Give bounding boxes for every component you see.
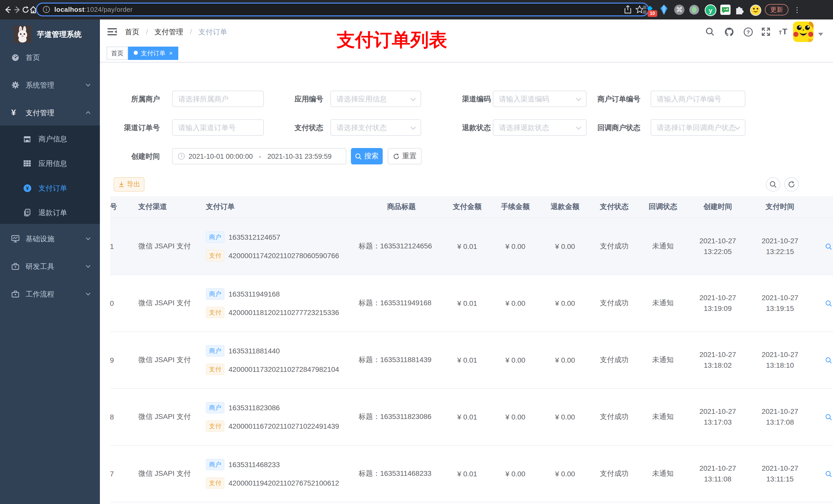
merchant-tag: 商户 [206,288,224,299]
extensions-puzzle-icon[interactable] [734,4,745,15]
filter-label-merchant-order-no: 商户订单编号 [584,91,640,107]
view-detail-link[interactable]: 查看详情 [825,298,833,308]
pay-tag: 支付 [206,250,224,261]
chevron-down-icon [86,237,91,241]
briefcase-icon [11,290,20,298]
merchant-tag: 商户 [206,345,224,357]
sidebar-item-dev-tools[interactable]: 研发工具 [0,254,100,279]
close-icon[interactable]: × [169,50,173,57]
help-icon[interactable]: ? [743,27,753,37]
extension-vue-devtools-icon[interactable]: y [705,4,716,15]
clock-icon [178,153,185,160]
breadcrumb: 首页 / 支付管理 / 支付订单 [125,20,227,44]
sidebar-item-refund-order[interactable]: 退款订单 [0,200,100,225]
browser-menu-kebab-icon[interactable]: ⋮ [793,4,801,15]
fullscreen-icon[interactable] [761,27,770,37]
extension-command-icon[interactable]: ⌘ [674,4,685,15]
address-bar[interactable]: localhost:1024/pay/order [36,3,649,16]
view-detail-link[interactable]: 查看详情 [825,412,833,422]
col-refund: 退款金额 [541,196,590,218]
col-fee: 手续金额 [490,196,541,218]
merchant-order-no: 1635311468233 [229,460,280,469]
export-button[interactable]: 导出 [114,177,144,192]
breadcrumb-payment[interactable]: 支付管理 [154,28,183,36]
filter-label-refund-status: 退款状态 [434,119,491,136]
channel-order-no: 4200001173202110272847982104 [229,365,339,374]
browser-toolbar: localhost:1024/pay/order 10 ⌘ y 更新 ⋮ [0,0,833,20]
font-size-icon[interactable]: TT [778,26,787,35]
view-detail-link[interactable]: 查看详情 [825,242,833,251]
dashboard-icon [11,53,20,62]
filter-label-pay-status: 支付状态 [267,119,323,136]
tag-home[interactable]: 首页 [106,47,128,60]
toolbox-icon [11,262,20,270]
date-end[interactable]: 2021-10-31 23:59:59 [267,152,332,160]
filter-label-channel-order-no: 渠道订单号 [103,119,160,136]
extension-grey-circle-icon[interactable] [689,4,700,15]
sidebar-item-app-info[interactable]: 应用信息 [0,151,100,176]
col-action: 操作 [811,196,833,218]
tag-pay-order[interactable]: 支付订单× [128,47,178,60]
table-row-partial[interactable]: 商户1635311354736 [110,502,833,504]
date-separator: - [259,152,261,160]
header-search-icon[interactable] [706,27,715,37]
github-icon[interactable] [724,27,734,37]
filter-label-channel-code: 渠道编码 [434,91,491,107]
table-row[interactable]: 17 微信 JSAPI 支付 商户1635311468233 支付4200001… [110,446,833,502]
search-button[interactable]: 搜索 [351,148,383,164]
sidebar-item-infrastructure[interactable]: 基础设施 [0,226,100,251]
sidebar-item-pay-order[interactable]: ¥ 支付订单 [0,176,100,200]
table-row[interactable]: 21 微信 JSAPI 支付 商户1635312124657 支付4200001… [110,218,833,275]
sidebar-item-merchant-info[interactable]: 商户信息 [0,126,100,151]
app-title: 芋道管理系统 [37,24,81,45]
site-info-icon[interactable] [43,6,50,13]
filter-merchant-input[interactable] [172,91,264,107]
sidebar-item-workflow[interactable]: 工作流程 [0,281,100,307]
logo-rabbit-image [14,26,31,43]
view-detail-link[interactable]: 查看详情 [825,469,833,478]
channel-order-no: 4200001194202110276752100612 [229,479,339,487]
filter-refund-status-select[interactable] [493,119,587,136]
view-detail-link[interactable]: 查看详情 [825,356,833,365]
merchant-order-no: 1635311949168 [229,290,280,298]
svg-text:T: T [779,30,782,35]
table-row[interactable]: 19 微信 JSAPI 支付 商户1635311881440 支付4200001… [110,332,833,389]
filter-pay-status-select[interactable] [330,119,421,136]
reset-button[interactable]: 重置 [388,148,422,164]
table-refresh-button[interactable] [784,177,799,192]
top-navbar: 首页 / 支付管理 / 支付订单 ? TT [100,20,833,44]
tags-view-bar: 首页 支付订单× [100,44,833,63]
table-row[interactable]: 18 微信 JSAPI 支付 商户1635311823086 支付4200001… [110,389,833,446]
col-channel: 支付渠道 [124,196,191,218]
table-search-toggle-button[interactable] [766,177,780,192]
annotation-title: 支付订单列表 [337,28,447,53]
filter-app-select[interactable] [330,91,421,107]
sidebar: 芋道管理系统 首页 系统管理 ¥ 支付管理 [0,20,100,504]
browser-reload-icon[interactable] [22,6,30,14]
user-avatar-pikachu[interactable] [793,22,813,42]
sidebar-item-payment[interactable]: ¥ 支付管理 [0,100,100,125]
filter-merchant-order-no-input[interactable] [651,91,745,107]
chevron-down-icon [86,264,91,268]
filter-channel-order-no-input[interactable] [172,119,264,136]
payment-submenu: 商户信息 应用信息 ¥ 支付订单 退款订单 [0,125,100,224]
avatar-dropdown-caret-icon[interactable] [818,33,823,36]
sidebar-item-home[interactable]: 首页 [0,45,100,70]
breadcrumb-home[interactable]: 首页 [125,28,139,36]
active-dot [134,51,138,55]
filter-date-range[interactable]: 2021-10-01 00:00:00 - 2021-10-31 23:59:5… [172,148,346,164]
extension-gem-icon[interactable] [659,4,670,15]
filter-channel-code-select[interactable] [493,91,587,107]
sidebar-item-system[interactable]: 系统管理 [0,72,100,98]
profile-emoji-avatar[interactable] [749,4,761,15]
share-icon[interactable] [624,5,632,14]
sidebar-collapse-icon[interactable] [107,27,117,37]
filter-notify-status-select[interactable] [651,119,745,136]
browser-forward-icon[interactable] [13,6,21,14]
table-row[interactable]: 20 微信 JSAPI 支付 商户1635311949168 支付4200001… [110,275,833,332]
main-content: 所属商户 应用编号 渠道编码 商户订单编号 渠道订单号 支 [100,63,833,504]
browser-back-icon[interactable] [4,6,12,14]
extension-chat-icon[interactable] [720,4,731,15]
browser-update-button[interactable]: 更新 [765,4,788,15]
date-start[interactable]: 2021-10-01 00:00:00 [189,152,253,160]
